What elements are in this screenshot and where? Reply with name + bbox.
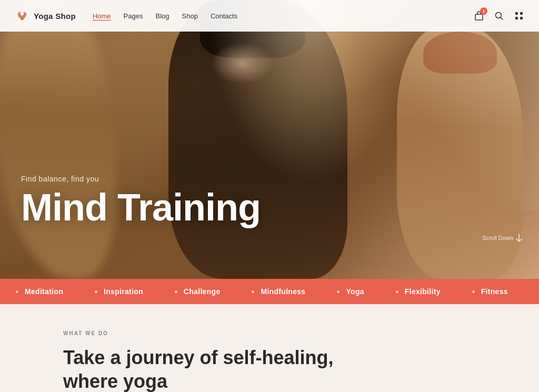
- svg-rect-5: [515, 17, 518, 19]
- nav-actions: 1: [474, 11, 524, 21]
- svg-rect-3: [515, 12, 518, 15]
- section-title: Take a journey of self-healing, where yo…: [63, 346, 337, 392]
- ticker-item-3: Challenge: [159, 287, 236, 296]
- cart-icon[interactable]: 1: [474, 11, 484, 21]
- cart-badge: 1: [480, 7, 487, 15]
- nav-links: Home Pages Blog Shop Contacts: [93, 12, 474, 20]
- logo-text: Yoga Shop: [34, 12, 76, 21]
- svg-rect-6: [520, 17, 523, 19]
- window-light: [355, 0, 539, 210]
- ticker-dot: [175, 290, 177, 293]
- ticker-item-7: Fitness: [456, 287, 524, 296]
- ticker-item-1: Meditation: [0, 287, 79, 296]
- section-label: WHAT WE DO: [63, 330, 476, 336]
- ticker-item-4: Mindfulness: [236, 287, 321, 296]
- ticker-bar: Meditation Inspiration Challenge Mindful…: [0, 279, 539, 304]
- ticker-item-5: Yoga: [321, 287, 380, 296]
- section-title-line1: Take a journey of self-healing, where yo…: [63, 347, 333, 392]
- lotus-icon: [15, 8, 29, 23]
- ticker-track: Meditation Inspiration Challenge Mindful…: [0, 287, 539, 296]
- scroll-down[interactable]: Scroll Down: [482, 234, 522, 242]
- grid-icon[interactable]: [514, 11, 524, 21]
- svg-line-2: [501, 17, 503, 19]
- search-icon[interactable]: [494, 11, 504, 21]
- ticker-dot: [396, 290, 398, 293]
- ticker-item-8: Balance: [524, 287, 539, 296]
- scroll-label: Scroll Down: [482, 235, 513, 241]
- svg-rect-4: [520, 12, 523, 15]
- ticker-dot: [337, 290, 340, 293]
- ticker-dot: [16, 290, 18, 293]
- nav-home[interactable]: Home: [93, 12, 111, 20]
- hero-section: Find balance, find you Mind Training Scr…: [0, 0, 539, 279]
- hero-tagline: Find balance, find you: [21, 175, 261, 183]
- what-we-do-section: WHAT WE DO Take a journey of self-healin…: [0, 304, 539, 392]
- ticker-item-2: Inspiration: [79, 287, 159, 296]
- navbar: Yoga Shop Home Pages Blog Shop Contacts …: [0, 0, 539, 32]
- svg-rect-0: [475, 14, 483, 20]
- nav-pages[interactable]: Pages: [124, 12, 143, 20]
- hero-title: Mind Training: [21, 188, 261, 226]
- logo[interactable]: Yoga Shop: [15, 8, 76, 23]
- ticker-dot: [252, 290, 254, 293]
- ticker-dot: [95, 290, 97, 293]
- hero-content: Find balance, find you Mind Training: [21, 175, 261, 226]
- ticker-dot: [472, 290, 475, 293]
- hero-figures: [0, 0, 539, 279]
- hero-background: [0, 0, 539, 279]
- nav-contacts[interactable]: Contacts: [211, 12, 237, 20]
- ticker-item-6: Flexibility: [380, 287, 456, 296]
- nav-blog[interactable]: Blog: [155, 12, 169, 20]
- nav-shop[interactable]: Shop: [182, 12, 198, 20]
